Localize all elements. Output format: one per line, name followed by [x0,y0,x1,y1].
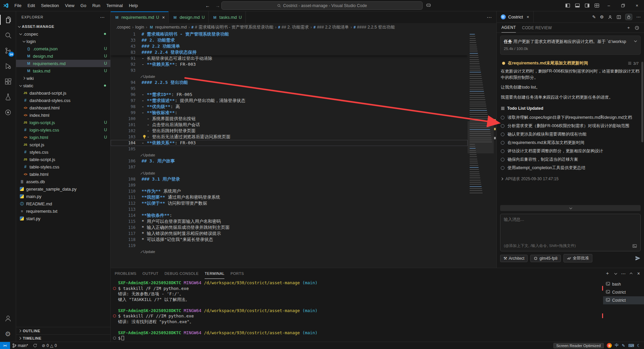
run-debug-icon[interactable] [0,58,16,74]
close-icon[interactable]: × [162,15,165,20]
breadcrumb-item[interactable]: Mrequirements.md [149,25,187,30]
copilot-icon[interactable] [426,3,431,8]
minimize-button[interactable]: – [602,0,616,11]
lock-icon[interactable] [625,14,632,20]
todo-item[interactable]: 分析需求变更（删除FR-006权限控制需求）对现有设计的影响范围 [501,123,640,129]
terminal-list-item[interactable]: Costrict [603,288,644,296]
codelens-update-link[interactable]: Update [142,249,155,255]
tree-file-assets.db[interactable]: ≣assets.db [16,178,110,185]
editor[interactable]: 1# 需求规格说明书 - 资产管理系统登录功能33## 2. 功能需求43###… [111,31,496,268]
terminal-list-item[interactable]: bash [603,280,644,288]
tree-file-requirements.md[interactable]: Mrequirements.mdU [16,60,110,67]
tree-folder-static[interactable]: static [16,82,110,89]
send-icon[interactable] [635,255,641,261]
panel-tab-terminal[interactable]: TERMINAL [205,268,224,279]
forward-icon[interactable]: → [215,3,220,8]
tree-file-styles.css[interactable]: #styles.css [16,148,110,156]
history-icon[interactable] [635,26,639,30]
scrollbar-thumb[interactable] [641,62,643,142]
explorer-more-icon[interactable]: ⋯ [100,14,105,20]
breadcrumb-item[interactable]: ## 需求规格说明书 - 资产管理系统登录功能 [192,24,273,30]
account-icon[interactable] [0,311,16,326]
search-view-icon[interactable] [0,28,16,43]
menu-help[interactable]: Help [126,0,141,11]
gear-icon[interactable]: ⚙ [600,14,604,19]
toggle-panel-icon[interactable] [575,3,580,8]
todo-item[interactable]: 使用attempt_completion工具提供变更总结 [501,165,640,171]
menu-selection[interactable]: Selection [38,0,62,11]
chevron-down-icon[interactable] [634,39,637,42]
section-outline[interactable]: OUTLINE [16,327,110,334]
breadcrumb-item[interactable]: ### 2. 功能需求 [278,24,309,30]
command-center[interactable]: Costrict - asset-manage - Visual Studio … [221,1,423,10]
menu-file[interactable]: File [11,0,24,11]
ime-mode-icon[interactable]: 中 [615,343,619,348]
mode-button[interactable]: ⚒Architect [500,255,528,262]
git-branch-item[interactable]: main* [10,342,31,349]
tree-file-requirements.txt[interactable]: ≡requirements.txt [16,207,110,215]
panel-tab-ports[interactable]: PORTS [230,268,244,279]
panel-tab-output[interactable]: OUTPUT [143,268,159,279]
source-control-icon[interactable]: 16 [0,43,16,58]
section-timeline[interactable]: TIMELINE [16,334,110,342]
account-small-icon[interactable] [608,15,612,19]
breadcrumb-item[interactable]: .cospec [116,25,130,30]
remote-indicator[interactable]: >< [0,342,10,349]
maximize-panel-icon[interactable] [630,272,632,275]
restore-button[interactable] [616,0,630,11]
model-button[interactable]: glm45-fp8 [530,255,560,262]
agent-tab-code-review[interactable]: CODE REVIEW [522,23,552,33]
problems-item[interactable]: ⊘0 △0 [40,342,59,349]
split-columns-icon[interactable] [616,15,621,19]
tree-file-dashboard.html[interactable]: <>dashboard.html [16,104,110,111]
breadcrumb-item[interactable]: #### 2.2 功能清单 [314,24,349,30]
more-icon[interactable]: ⋯ [636,14,641,19]
tree-file-table-styles.css[interactable]: #table-styles.css [16,163,110,170]
todo-item[interactable]: 在requirements.md末尾添加文档更新时间 [501,140,640,146]
current-todo-banner[interactable]: 在requirements.md末尾添加文档更新时间 3/7 [500,57,641,69]
menu-view[interactable]: View [62,0,77,11]
task-card[interactable]: 任务 用户更新了需求文档请更新相应的设计文档。基于 `d:\worksp 25.… [500,36,641,55]
customize-layout-icon[interactable] [594,3,599,8]
explorer-icon[interactable] [0,12,16,28]
panel-tab-debug-console[interactable]: DEBUG CONSOLE [165,268,199,279]
tree-folder-wiki[interactable]: wiki [16,74,110,82]
extensions-icon[interactable] [0,74,16,89]
tree-file-login.html[interactable]: <>login.htmlU [16,134,110,141]
tree-file-README.md[interactable]: ⓘREADME.md [16,200,110,207]
new-task-icon[interactable]: ＋ [627,25,631,31]
api-request-row[interactable]: API请求 2025-09-30 17:47:15 [501,176,640,182]
agent-tab-agent[interactable]: AGENT [501,23,516,33]
breadcrumb-item[interactable]: ##### 2.2.5 登出功能 [354,24,395,30]
back-icon[interactable]: ← [205,3,210,8]
panel-more-icon[interactable]: ⋯ [621,271,626,276]
menu-go[interactable]: Go [77,0,89,11]
image-attach-icon[interactable] [632,244,637,248]
ime-pen-icon[interactable]: ✎ [622,343,625,348]
editor-actions-icon[interactable]: ⋯ [482,11,496,23]
sync-changes-item[interactable] [31,342,40,349]
new-terminal-icon[interactable]: ＋ [605,270,610,277]
codelens-update-link[interactable]: Update [142,73,155,80]
tree-folder-.cospec[interactable]: .cospec [16,30,110,38]
close-button[interactable]: × [630,0,644,11]
settings-gear-icon[interactable]: ⚙ [0,326,16,342]
costrict-view-icon[interactable] [0,105,16,120]
tree-file-dashboard-styles.css[interactable]: #dashboard-styles.css [16,97,110,104]
tree-file-dashboard-script.js[interactable]: JSdashboard-script.js [16,89,110,97]
screen-reader-item[interactable]: Screen Reader Optimized [553,343,604,348]
menu-edit[interactable]: Edit [24,0,38,11]
costrict-tab[interactable]: C Costrict × [497,11,534,22]
tab-tasks.md[interactable]: Mtasks.mdU [209,11,246,23]
testing-icon[interactable] [0,89,16,105]
tree-file-script.js[interactable]: JSscript.js [16,141,110,148]
edit-icon[interactable]: ✎ [592,14,596,19]
message-input[interactable]: 输入消息... (@添加上下文, /输入命令, Shift+拖拽文件) [500,214,641,251]
tab-design.md[interactable]: Mdesign.mdU [169,11,209,23]
terminal-dropdown-icon[interactable] [614,272,617,275]
breadcrumb-item[interactable]: login [135,25,144,30]
approve-all-button[interactable]: 全部批准 [564,254,592,262]
ime-moon-icon[interactable]: ☾ [637,343,641,348]
terminal-content[interactable]: SXF-Admin@SK-20250928DKTC MINGW64 /d/wor… [111,279,603,342]
minimap[interactable] [468,31,496,268]
